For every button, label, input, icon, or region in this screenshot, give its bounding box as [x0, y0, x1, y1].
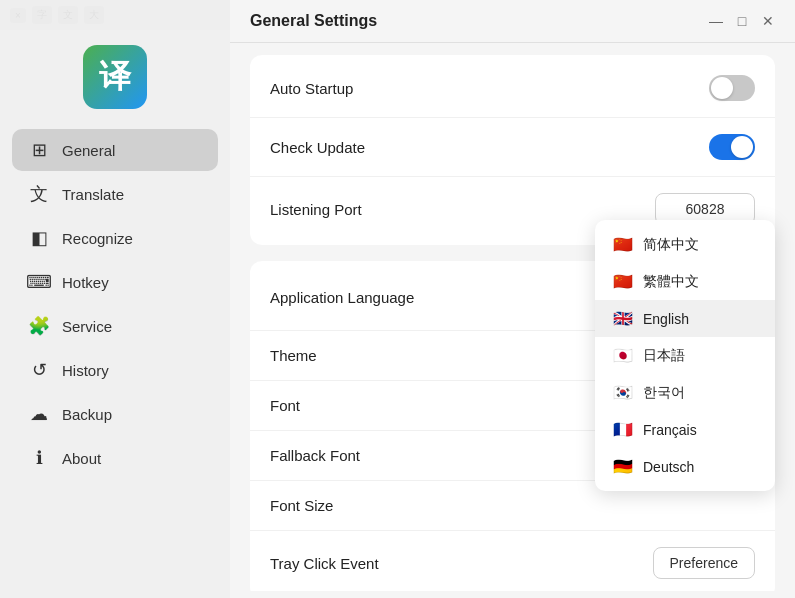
- sidebar-label-backup: Backup: [62, 406, 112, 423]
- sidebar-label-history: History: [62, 362, 109, 379]
- minimize-button[interactable]: —: [709, 14, 723, 28]
- sidebar-label-recognize: Recognize: [62, 230, 133, 247]
- fallback-font-label: Fallback Font: [270, 447, 360, 464]
- sidebar-item-translate[interactable]: 文 Translate: [12, 173, 218, 215]
- lang-de-label: Deutsch: [643, 459, 694, 475]
- tray-click-label: Tray Click Event: [270, 555, 379, 572]
- title-bar: General Settings — □ ✕: [230, 0, 795, 43]
- lang-en-label: English: [643, 311, 689, 327]
- sidebar-item-history[interactable]: ↺ History: [12, 349, 218, 391]
- settings-row-tray-click: Tray Click Event Preference: [250, 531, 775, 591]
- lang-option-en[interactable]: 🇬🇧 English: [595, 300, 775, 337]
- title-bar-controls: — □ ✕: [709, 14, 775, 28]
- hotkey-icon: ⌨: [28, 271, 50, 293]
- lang-option-fr[interactable]: 🇫🇷 Français: [595, 411, 775, 448]
- flag-zh-tw: 🇨🇳: [613, 272, 633, 291]
- sidebar-item-about[interactable]: ℹ About: [12, 437, 218, 479]
- sidebar-item-recognize[interactable]: ◧ Recognize: [12, 217, 218, 259]
- flag-en: 🇬🇧: [613, 309, 633, 328]
- window-title: General Settings: [250, 12, 377, 30]
- translate-icon: 文: [28, 183, 50, 205]
- sidebar-label-service: Service: [62, 318, 112, 335]
- lang-fr-label: Français: [643, 422, 697, 438]
- sidebar-item-backup[interactable]: ☁ Backup: [12, 393, 218, 435]
- sidebar-label-translate: Translate: [62, 186, 124, 203]
- service-icon: 🧩: [28, 315, 50, 337]
- flag-fr: 🇫🇷: [613, 420, 633, 439]
- sidebar-item-general[interactable]: ⊞ General: [12, 129, 218, 171]
- check-update-toggle[interactable]: [709, 134, 755, 160]
- lang-option-zh-tw[interactable]: 🇨🇳 繁體中文: [595, 263, 775, 300]
- lang-zh-cn-label: 简体中文: [643, 236, 699, 254]
- general-icon: ⊞: [28, 139, 50, 161]
- lang-ja-label: 日本語: [643, 347, 685, 365]
- history-icon: ↺: [28, 359, 50, 381]
- auto-startup-knob: [711, 77, 733, 99]
- settings-row-auto-startup: Auto Startup: [250, 59, 775, 118]
- flag-ko: 🇰🇷: [613, 383, 633, 402]
- sidebar-label-general: General: [62, 142, 115, 159]
- lang-ko-label: 한국어: [643, 384, 685, 402]
- flag-de: 🇩🇪: [613, 457, 633, 476]
- auto-startup-label: Auto Startup: [270, 80, 353, 97]
- about-icon: ℹ: [28, 447, 50, 469]
- lang-option-zh-cn[interactable]: 🇨🇳 简体中文: [595, 226, 775, 263]
- auto-startup-toggle[interactable]: [709, 75, 755, 101]
- sidebar: 译 ⊞ General 文 Translate ◧ Recognize ⌨ Ho…: [0, 0, 230, 598]
- app-icon: 译: [83, 45, 147, 109]
- sidebar-items: ⊞ General 文 Translate ◧ Recognize ⌨ Hotk…: [0, 129, 230, 479]
- app-language-label: Application Language: [270, 289, 414, 306]
- preference-button[interactable]: Preference: [653, 547, 755, 579]
- maximize-button[interactable]: □: [735, 14, 749, 28]
- backup-icon: ☁: [28, 403, 50, 425]
- lang-option-de[interactable]: 🇩🇪 Deutsch: [595, 448, 775, 485]
- sidebar-label-about: About: [62, 450, 101, 467]
- left-background: × 字 文 大 译 ⊞ General 文 Translate ◧ Recogn…: [0, 0, 230, 598]
- check-update-knob: [731, 136, 753, 158]
- close-button[interactable]: ✕: [761, 14, 775, 28]
- flag-ja: 🇯🇵: [613, 346, 633, 365]
- main-panel: General Settings — □ ✕ Auto Startup Chec…: [230, 0, 795, 598]
- sidebar-item-service[interactable]: 🧩 Service: [12, 305, 218, 347]
- lang-option-ko[interactable]: 🇰🇷 한국어: [595, 374, 775, 411]
- language-dropdown: 🇨🇳 简体中文 🇨🇳 繁體中文 🇬🇧 English 🇯🇵 日本語 🇰🇷 한국어…: [595, 220, 775, 491]
- settings-row-check-update: Check Update: [250, 118, 775, 177]
- sidebar-label-hotkey: Hotkey: [62, 274, 109, 291]
- flag-zh-cn: 🇨🇳: [613, 235, 633, 254]
- settings-group-1: Auto Startup Check Update Listening Port: [250, 55, 775, 245]
- listening-port-label: Listening Port: [270, 201, 362, 218]
- recognize-icon: ◧: [28, 227, 50, 249]
- lang-zh-tw-label: 繁體中文: [643, 273, 699, 291]
- sidebar-item-hotkey[interactable]: ⌨ Hotkey: [12, 261, 218, 303]
- check-update-label: Check Update: [270, 139, 365, 156]
- font-label: Font: [270, 397, 300, 414]
- lang-option-ja[interactable]: 🇯🇵 日本語: [595, 337, 775, 374]
- theme-label: Theme: [270, 347, 317, 364]
- font-size-label: Font Size: [270, 497, 333, 514]
